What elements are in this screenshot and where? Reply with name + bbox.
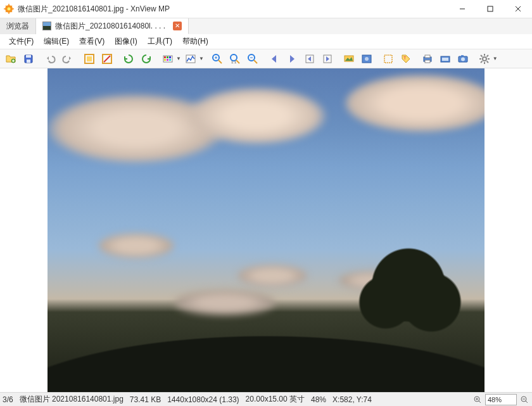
svg-rect-16	[167, 56, 168, 58]
minimize-button[interactable]	[448, 0, 476, 18]
menu-edit[interactable]: 编辑(E)	[39, 34, 74, 49]
scan-button[interactable]	[437, 51, 453, 67]
menu-view[interactable]: 查看(V)	[74, 34, 110, 49]
status-pos: X:582, Y:74	[332, 395, 372, 404]
svg-text:T: T	[403, 56, 407, 60]
svg-rect-21	[186, 55, 195, 63]
select-all-button[interactable]	[380, 51, 396, 67]
settings-button[interactable]	[476, 51, 493, 67]
tab-thumb-icon	[42, 22, 51, 30]
svg-text:1:1: 1:1	[231, 60, 237, 64]
tab-close-icon[interactable]: ✕	[173, 22, 182, 30]
first-button[interactable]	[301, 51, 318, 67]
svg-rect-42	[425, 60, 430, 63]
toolbar: ▼ ▼ 1:1 T ▼	[0, 49, 532, 68]
svg-line-30	[254, 60, 257, 63]
svg-rect-20	[169, 59, 171, 61]
svg-rect-44	[442, 58, 448, 61]
svg-rect-3	[488, 6, 493, 11]
status-physical: 20.00x15.00 英寸	[246, 394, 305, 405]
svg-line-13	[104, 56, 110, 62]
displayed-image	[48, 68, 484, 392]
new-folder-button[interactable]	[3, 51, 19, 67]
svg-rect-15	[164, 56, 166, 58]
zoom-in-button[interactable]	[209, 51, 225, 67]
status-bar: 3/6 微信图片 20210816140801.jpg 73.41 KB 144…	[0, 392, 532, 406]
redo-button[interactable]	[60, 51, 76, 67]
window-title: 微信图片_20210816140801.jpg - XnView MP	[18, 4, 448, 15]
svg-line-55	[481, 61, 483, 63]
save-button[interactable]	[20, 51, 37, 67]
rotate-ccw-button[interactable]	[120, 51, 137, 67]
status-index: 3/6	[3, 395, 13, 404]
app-icon	[4, 4, 14, 14]
maximize-button[interactable]	[476, 0, 504, 18]
svg-line-27	[236, 60, 239, 63]
svg-rect-38	[384, 55, 392, 63]
prev-button[interactable]	[266, 51, 282, 67]
zoom-control: 48%	[472, 394, 529, 405]
svg-line-54	[486, 61, 488, 63]
status-zoom: 48%	[311, 395, 326, 404]
svg-rect-11	[87, 56, 92, 61]
svg-point-1	[8, 8, 11, 11]
svg-line-62	[526, 401, 528, 403]
close-button[interactable]	[504, 0, 532, 18]
slideshow-button[interactable]	[341, 51, 357, 67]
svg-rect-19	[167, 59, 168, 61]
last-button[interactable]	[319, 51, 336, 67]
rotate-cw-button[interactable]	[138, 51, 155, 67]
dropdown-icon[interactable]: ▼	[176, 56, 181, 61]
svg-rect-18	[164, 59, 166, 61]
menu-image[interactable]: 图像(I)	[110, 34, 142, 49]
status-size: 73.41 KB	[130, 395, 161, 404]
status-filename: 微信图片 20210816140801.jpg	[20, 394, 124, 405]
zoom-input[interactable]: 48%	[485, 394, 517, 405]
svg-line-23	[218, 60, 222, 63]
menu-tools[interactable]: 工具(T)	[142, 34, 177, 49]
fullscreen-button[interactable]	[358, 51, 375, 67]
status-dims: 1440x1080x24 (1.33)	[167, 395, 239, 404]
svg-rect-47	[461, 55, 464, 56]
zoom-out-small-button[interactable]	[519, 395, 529, 405]
menu-file[interactable]: 文件(F)	[4, 34, 39, 49]
svg-rect-17	[169, 56, 171, 58]
camera-button[interactable]	[455, 51, 471, 67]
menu-bar: 文件(F) 编辑(E) 查看(V) 图像(I) 工具(T) 帮助(H)	[0, 34, 532, 49]
svg-rect-41	[425, 55, 430, 58]
print-button[interactable]	[419, 51, 436, 67]
tag-button[interactable]: T	[398, 51, 414, 67]
svg-line-56	[486, 55, 488, 57]
zoom-in-small-button[interactable]	[472, 395, 483, 405]
tab-label: 浏览器	[6, 21, 29, 32]
menu-help[interactable]: 帮助(H)	[177, 34, 213, 49]
title-bar: 微信图片_20210816140801.jpg - XnView MP	[0, 0, 532, 18]
svg-point-46	[461, 57, 465, 61]
fit-window-button[interactable]	[81, 51, 98, 67]
dropdown-icon[interactable]: ▼	[199, 56, 204, 61]
image-canvas[interactable]	[0, 68, 532, 392]
tab-strip: 浏览器 微信图片_20210801614080l. . . . ✕	[0, 18, 532, 34]
undo-button[interactable]	[42, 51, 58, 67]
levels-button[interactable]	[182, 51, 199, 67]
tab-image[interactable]: 微信图片_20210801614080l. . . . ✕	[36, 18, 189, 34]
svg-line-53	[481, 55, 483, 57]
next-button[interactable]	[284, 51, 300, 67]
dropdown-icon[interactable]: ▼	[493, 56, 498, 61]
palette-button[interactable]	[160, 51, 176, 67]
no-fit-button[interactable]	[99, 51, 115, 67]
svg-rect-9	[27, 60, 30, 63]
tab-browser[interactable]: 浏览器	[0, 18, 36, 34]
svg-line-58	[479, 401, 481, 403]
svg-rect-8	[26, 55, 31, 58]
tab-label: 微信图片_20210801614080l. . . .	[55, 21, 165, 32]
zoom-100-button[interactable]: 1:1	[227, 51, 243, 67]
zoom-out-button[interactable]	[244, 51, 261, 67]
svg-point-48	[483, 57, 486, 61]
svg-point-37	[365, 57, 369, 61]
